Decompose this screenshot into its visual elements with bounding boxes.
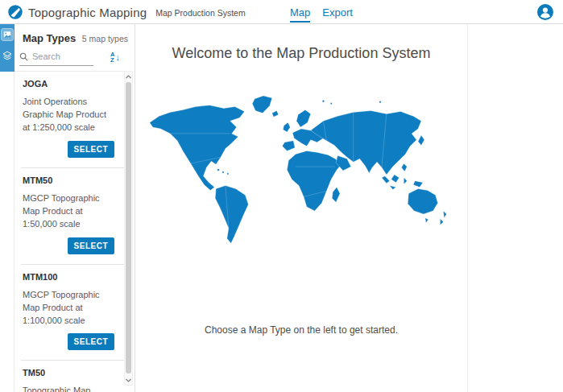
map-type-list-item: TM50 Topographic Map Product at 1:50,000… [21, 360, 124, 392]
map-types-icon [2, 29, 13, 40]
action-bar-background [0, 24, 14, 72]
right-empty-pane [469, 24, 563, 392]
sort-a-to-z-icon[interactable]: AZ↓ [110, 49, 125, 65]
header-tabs: Map Export [290, 0, 353, 24]
map-type-count: 5 map types [82, 34, 128, 43]
map-types-tool-button[interactable] [0, 24, 14, 45]
select-button-row: SELECT [23, 237, 114, 254]
scrollbar-thumb[interactable] [126, 82, 131, 373]
layers-icon [2, 50, 13, 61]
map-type-name: MTM50 [23, 175, 114, 185]
map-type-name: TM50 [23, 368, 114, 378]
app-subtitle: Map Production System [155, 8, 245, 18]
map-type-list-item: JOGA Joint Operations Graphic Map Produc… [14, 72, 124, 167]
scroll-up-arrow-icon[interactable] [125, 72, 132, 81]
welcome-title: Welcome to the Map Production System [172, 45, 431, 62]
search-field [19, 52, 93, 66]
search-icon [19, 52, 28, 61]
sidebar-scrollbar [124, 71, 133, 386]
action-bar [0, 24, 14, 392]
map-types-panel: Map Types 5 map types AZ↓ JOGA Joint Ope… [14, 24, 135, 392]
map-types-panel-header: Map Types 5 map types [14, 24, 135, 47]
select-button-row: SELECT [23, 333, 114, 350]
select-button[interactable]: SELECT [68, 237, 114, 254]
search-input[interactable] [32, 52, 89, 61]
select-button[interactable]: SELECT [68, 141, 114, 158]
app-logo-icon [8, 5, 23, 19]
user-account-icon[interactable] [537, 4, 553, 20]
brand-block: Topographic Mapping Map Production Syste… [8, 0, 246, 24]
select-button[interactable]: SELECT [68, 333, 114, 350]
map-type-list: JOGA Joint Operations Graphic Map Produc… [14, 71, 124, 392]
layers-tool-button[interactable] [0, 45, 14, 66]
app-header: Topographic Mapping Map Production Syste… [0, 0, 563, 24]
map-type-name: JOGA [23, 79, 114, 89]
map-type-description: MGCP Topographic Map Product at 1:50,000… [23, 192, 114, 231]
tab-export[interactable]: Export [322, 0, 353, 24]
select-button-row: SELECT [23, 141, 114, 158]
map-type-description: Joint Operations Graphic Map Product at … [23, 96, 114, 134]
app-title: Topographic Mapping [28, 6, 147, 19]
map-type-description: MGCP Topographic Map Product at 1:100,00… [23, 289, 114, 328]
app-window: Topographic Mapping Map Production Syste… [0, 0, 563, 392]
world-map-graphic [143, 88, 459, 252]
map-type-list-item: MTM50 MGCP Topographic Map Product at 1:… [21, 167, 124, 264]
search-row: AZ↓ [14, 49, 135, 73]
panel-title: Map Types [23, 32, 76, 44]
map-type-list-item: MTM100 MGCP Topographic Map Product at 1… [21, 264, 124, 361]
instruction-text: Choose a Map Type on the left to get sta… [205, 324, 398, 336]
tab-map[interactable]: Map [290, 0, 310, 24]
scroll-down-arrow-icon[interactable] [125, 375, 132, 385]
main-content: Welcome to the Map Production System [135, 24, 468, 392]
map-type-name: MTM100 [23, 272, 114, 282]
map-type-description: Topographic Map Product at 1:50,000 scal… [23, 385, 114, 392]
